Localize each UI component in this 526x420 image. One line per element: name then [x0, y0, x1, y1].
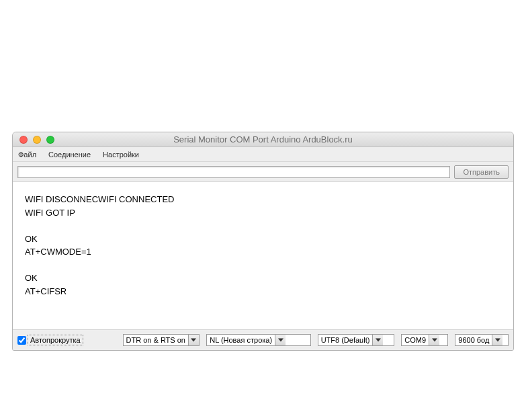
- command-input[interactable]: [17, 166, 450, 178]
- chevron-down-icon: [275, 335, 286, 345]
- port-value: COM9: [402, 336, 429, 344]
- menu-connection[interactable]: Соединение: [48, 151, 91, 159]
- close-icon[interactable]: [19, 136, 28, 144]
- chevron-down-icon: [492, 335, 502, 345]
- encoding-value: UTF8 (Default): [318, 336, 373, 344]
- baud-value: 9600 бод: [455, 336, 492, 344]
- menu-file[interactable]: Файл: [18, 151, 36, 159]
- baud-select[interactable]: 9600 бод: [455, 334, 509, 346]
- console-output: WIFI DISCONNECWIFI CONNECTED WIFI GOT IP…: [13, 182, 513, 330]
- maximize-icon[interactable]: [46, 136, 54, 144]
- dtr-rts-value: DTR on & RTS on: [124, 336, 188, 344]
- autoscroll-label[interactable]: Автопрокрутка: [28, 335, 83, 345]
- serial-monitor-window: Serial Monitor COM Port Arduino ArduBloc…: [12, 132, 514, 351]
- chevron-down-icon: [429, 335, 439, 345]
- chevron-down-icon: [188, 335, 199, 345]
- chevron-down-icon: [372, 335, 383, 345]
- send-button-label: Отправить: [463, 168, 500, 176]
- encoding-select[interactable]: UTF8 (Default): [318, 334, 395, 346]
- autoscroll-control: Автопрокрутка: [17, 335, 83, 345]
- menu-settings[interactable]: Настройки: [103, 151, 139, 159]
- send-button[interactable]: Отправить: [454, 165, 509, 179]
- send-row: Отправить: [13, 162, 513, 182]
- line-ending-value: NL (Новая строка): [207, 336, 275, 344]
- autoscroll-checkbox[interactable]: [17, 336, 26, 345]
- port-select[interactable]: COM9: [401, 334, 448, 346]
- titlebar: Serial Monitor COM Port Arduino ArduBloc…: [13, 132, 513, 147]
- minimize-icon[interactable]: [33, 136, 41, 144]
- window-title: Serial Monitor COM Port Arduino ArduBloc…: [13, 134, 513, 144]
- bottom-bar: Автопрокрутка DTR on & RTS on NL (Новая …: [13, 330, 513, 350]
- window-controls: [19, 136, 54, 144]
- menubar: Файл Соединение Настройки: [13, 147, 513, 162]
- line-ending-select[interactable]: NL (Новая строка): [206, 334, 310, 346]
- dtr-rts-select[interactable]: DTR on & RTS on: [123, 334, 200, 346]
